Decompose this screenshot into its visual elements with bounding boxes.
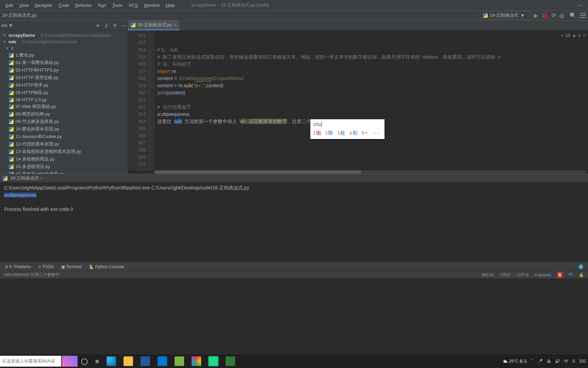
debug-button[interactable]: 🐞 [541,12,548,19]
locate-icon[interactable]: ⊕ [96,23,100,28]
tree-file[interactable]: 11-Session和Cookie.py [0,133,128,140]
tray-clock[interactable]: 202 [579,359,586,364]
tree-file[interactable]: 16-基本库urllib的使用.py [0,170,128,174]
menu-navigate[interactable]: Navigate [32,2,55,9]
tray-ime-icon[interactable]: 中 [564,358,568,364]
close-icon[interactable]: × [174,22,177,28]
store-icon[interactable] [141,356,150,366]
search-everywhere-icon[interactable]: 🔍 [570,12,576,19]
close-icon[interactable]: × [40,176,43,181]
run-tab[interactable]: 18-正则表达式 × [10,175,43,181]
wechat-icon[interactable] [175,356,184,366]
editor-horizontal-scrollbar[interactable] [154,170,585,174]
run-config-selector[interactable]: 18-正则表达式 ▼ [480,11,530,19]
taskbar-search-input[interactable]: 在这里输入你要搜索的内容 [0,356,61,367]
menu-help[interactable]: Help [163,2,178,9]
warning-indicator-icon[interactable]: ▲ [572,32,576,39]
tree-file[interactable]: 01-第一章爬虫基础.py [0,59,128,66]
menu-tools[interactable]: Tools [110,2,125,9]
ime-nav-icon[interactable]: ‹ › [374,129,379,137]
code-content[interactable]: # 5。 sub # 除了使用正则表达式提取信息，有时候还需要借助它来修改文本。… [154,31,588,170]
menu-window[interactable]: Window [141,2,162,9]
ime-language[interactable]: 中 [569,272,573,278]
ime-candidate[interactable]: 4初 [349,129,358,137]
tree-file[interactable]: 08-网页的结构.py [0,110,128,118]
coverage-button[interactable]: ⟳ [552,12,556,19]
ime-candidate[interactable]: 3处 [337,129,345,137]
chrome-icon[interactable] [192,356,201,366]
weather-widget[interactable]: ⛅ 26°C 多云 [503,358,527,364]
menu-edit[interactable]: Edit [3,2,16,9]
window-minimize-icon[interactable]: — [577,2,583,8]
task-view-icon[interactable]: ⊞ [95,359,99,364]
menu-view[interactable]: View [16,2,31,9]
menu-refactor[interactable]: Refactor [72,2,95,9]
run-console[interactable]: C:\Users\right\AppData\Local\Programs\Py… [0,182,588,262]
project-root-scrapydemo[interactable]: scrapyDemo C:\Users\right\Desktop\scrapy… [0,32,128,39]
minimize-icon[interactable]: — [122,23,126,28]
collapse-icon[interactable]: ⇵ [104,23,108,28]
terminal-button[interactable]: ▣ Terminal [61,264,81,269]
gear-icon[interactable]: ⚙ [113,23,117,28]
ime-candidate[interactable]: 2除 [325,129,333,137]
line-separator[interactable]: CRLF [500,273,511,277]
caret-position[interactable]: 363:41 [481,273,494,277]
app-icon[interactable] [226,356,235,366]
editor-tab-active[interactable]: 18-正则表达式.py × [128,20,179,30]
tree-file[interactable]: 02-HTTP和HTTPS.py [0,66,128,74]
tree-file[interactable]: 06-HTTP 2.0.py [0,96,128,103]
main-menu[interactable]: Edit View Navigate Code Refactor Run Too… [3,2,178,9]
ime-candidate[interactable]: 1出 [313,129,321,137]
run-button[interactable]: ▶ [534,12,538,19]
project-root-code[interactable]: ode C:\Users\right\Desktop\code [0,39,128,45]
ok-indicator-icon[interactable]: ✔ [583,32,586,39]
taskbar-highlight-icon[interactable] [62,356,78,367]
file-explorer-icon[interactable] [124,356,133,366]
mail-icon[interactable] [158,356,167,366]
menu-code[interactable]: Code [56,2,72,9]
hamburger-icon[interactable] [580,13,586,18]
tree-file[interactable]: 03-HTTP 请求过程.py [0,74,128,81]
ime-candidate[interactable]: 5÷ [362,129,368,137]
windows-taskbar[interactable]: 在这里输入你要搜索的内容 ◯ ⊞ ⛅ 26°C 多云 ˄ 🎤 🖧 🔊 中 S 2… [0,354,588,368]
tree-file[interactable]: 07-Web 网页基础.py [0,103,128,110]
cortana-icon[interactable]: ◯ [81,357,88,365]
file-encoding[interactable]: UTF-8 [517,273,528,277]
profile-button[interactable]: ◎ [559,12,564,19]
tree-file[interactable]: 05-HTTP响应.py [0,89,128,96]
tree-file[interactable]: 12-代理的基本原理.py [0,140,128,148]
fold-strip[interactable] [150,31,154,170]
error-indicator-icon[interactable]: ● [561,32,564,39]
breadcrumb[interactable]: 18-正则表达式.py [2,12,36,18]
ime-indicator-icon[interactable]: S [557,272,562,278]
python-console-button[interactable]: 🐍 Python Console [89,264,124,269]
project-tree[interactable]: scrapyDemo C:\Users\right\Desktop\scrapy… [0,31,128,174]
tree-file[interactable]: 14-多线程的用法.py [0,155,128,163]
tree-file[interactable]: 15-多进程用法.py [0,163,128,170]
inspection-indicators[interactable]: ●13 ▲1 ✔ [561,32,586,39]
tray-network-icon[interactable]: 🖧 [547,359,551,364]
tree-file[interactable]: 1.爬虫.py [0,51,128,59]
problems-button[interactable]: ⊘ 6: Problems [5,264,31,269]
project-view-selector[interactable]: ect ▼ [1,23,13,28]
tray-volume-icon[interactable]: 🔊 [555,359,560,364]
menu-run[interactable]: Run [95,2,109,9]
code-editor[interactable]: 3523533543553563573583593603613623633643… [128,31,588,170]
menu-vcs[interactable]: VCS [126,2,141,9]
pycharm-icon[interactable] [209,356,218,366]
padlock-icon[interactable]: 🔓 [579,273,584,277]
tree-file[interactable]: 04-HTTP请求.py [0,81,128,89]
indent-setting[interactable]: 4 spaces [535,273,551,277]
tray-sogou-icon[interactable]: S [572,359,575,364]
event-log-badge[interactable]: 1 [578,264,583,269]
tree-file[interactable]: 13-多线程和多进程的基本原理.py [0,148,128,155]
edge-icon[interactable] [107,356,116,366]
todo-button[interactable]: ≡ TODO [38,264,54,269]
tree-file[interactable]: 10-爬虫的基本原理.py [0,125,128,133]
tree-file[interactable]: 09-节点树及选择器.py [0,118,128,125]
tray-mic-icon[interactable]: 🎤 [538,359,543,364]
folder-c[interactable]: c [0,45,128,51]
tray-chevron-icon[interactable]: ˄ [532,359,534,364]
python-file-icon [9,104,14,109]
ime-candidate-popup[interactable]: chu 1出2除3处4初5÷‹ › [310,119,385,139]
